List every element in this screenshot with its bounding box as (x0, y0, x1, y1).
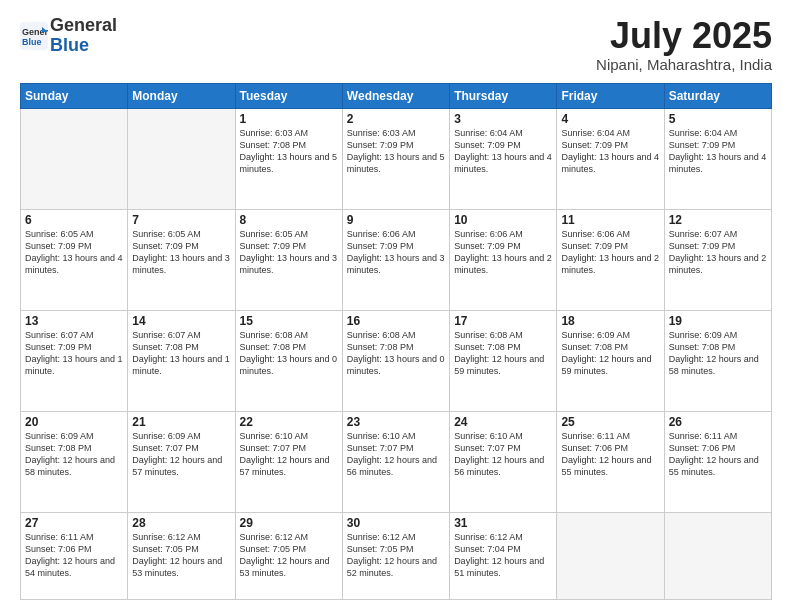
calendar-cell: 25Sunrise: 6:11 AM Sunset: 7:06 PM Dayli… (557, 411, 664, 512)
calendar-cell: 13Sunrise: 6:07 AM Sunset: 7:09 PM Dayli… (21, 310, 128, 411)
calendar-cell (557, 512, 664, 599)
calendar-cell: 19Sunrise: 6:09 AM Sunset: 7:08 PM Dayli… (664, 310, 771, 411)
day-number: 11 (561, 213, 659, 227)
calendar-cell: 17Sunrise: 6:08 AM Sunset: 7:08 PM Dayli… (450, 310, 557, 411)
calendar-cell: 24Sunrise: 6:10 AM Sunset: 7:07 PM Dayli… (450, 411, 557, 512)
day-info: Sunrise: 6:09 AM Sunset: 7:08 PM Dayligh… (25, 430, 123, 479)
logo-text: General Blue (50, 16, 117, 56)
day-info: Sunrise: 6:07 AM Sunset: 7:09 PM Dayligh… (669, 228, 767, 277)
day-info: Sunrise: 6:06 AM Sunset: 7:09 PM Dayligh… (454, 228, 552, 277)
day-number: 22 (240, 415, 338, 429)
calendar-cell: 29Sunrise: 6:12 AM Sunset: 7:05 PM Dayli… (235, 512, 342, 599)
day-info: Sunrise: 6:08 AM Sunset: 7:08 PM Dayligh… (240, 329, 338, 378)
calendar-cell: 20Sunrise: 6:09 AM Sunset: 7:08 PM Dayli… (21, 411, 128, 512)
day-number: 30 (347, 516, 445, 530)
month-title: July 2025 (596, 16, 772, 56)
col-header-thursday: Thursday (450, 83, 557, 108)
day-number: 25 (561, 415, 659, 429)
day-info: Sunrise: 6:09 AM Sunset: 7:08 PM Dayligh… (561, 329, 659, 378)
day-number: 17 (454, 314, 552, 328)
col-header-friday: Friday (557, 83, 664, 108)
day-info: Sunrise: 6:12 AM Sunset: 7:05 PM Dayligh… (240, 531, 338, 580)
day-number: 29 (240, 516, 338, 530)
day-number: 3 (454, 112, 552, 126)
calendar-cell (664, 512, 771, 599)
day-info: Sunrise: 6:04 AM Sunset: 7:09 PM Dayligh… (669, 127, 767, 176)
col-header-tuesday: Tuesday (235, 83, 342, 108)
calendar-cell: 31Sunrise: 6:12 AM Sunset: 7:04 PM Dayli… (450, 512, 557, 599)
day-info: Sunrise: 6:12 AM Sunset: 7:04 PM Dayligh… (454, 531, 552, 580)
day-number: 28 (132, 516, 230, 530)
calendar-cell: 16Sunrise: 6:08 AM Sunset: 7:08 PM Dayli… (342, 310, 449, 411)
calendar-cell: 8Sunrise: 6:05 AM Sunset: 7:09 PM Daylig… (235, 209, 342, 310)
day-number: 13 (25, 314, 123, 328)
day-number: 8 (240, 213, 338, 227)
day-number: 12 (669, 213, 767, 227)
svg-text:Blue: Blue (22, 37, 42, 47)
calendar-table: SundayMondayTuesdayWednesdayThursdayFrid… (20, 83, 772, 600)
day-number: 5 (669, 112, 767, 126)
day-info: Sunrise: 6:07 AM Sunset: 7:08 PM Dayligh… (132, 329, 230, 378)
day-info: Sunrise: 6:09 AM Sunset: 7:07 PM Dayligh… (132, 430, 230, 479)
day-number: 4 (561, 112, 659, 126)
calendar-cell: 30Sunrise: 6:12 AM Sunset: 7:05 PM Dayli… (342, 512, 449, 599)
day-info: Sunrise: 6:09 AM Sunset: 7:08 PM Dayligh… (669, 329, 767, 378)
day-info: Sunrise: 6:12 AM Sunset: 7:05 PM Dayligh… (347, 531, 445, 580)
day-number: 27 (25, 516, 123, 530)
col-header-sunday: Sunday (21, 83, 128, 108)
day-number: 6 (25, 213, 123, 227)
calendar-week-row: 20Sunrise: 6:09 AM Sunset: 7:08 PM Dayli… (21, 411, 772, 512)
day-number: 7 (132, 213, 230, 227)
calendar-cell: 15Sunrise: 6:08 AM Sunset: 7:08 PM Dayli… (235, 310, 342, 411)
day-info: Sunrise: 6:03 AM Sunset: 7:08 PM Dayligh… (240, 127, 338, 176)
calendar-cell: 23Sunrise: 6:10 AM Sunset: 7:07 PM Dayli… (342, 411, 449, 512)
calendar-cell: 5Sunrise: 6:04 AM Sunset: 7:09 PM Daylig… (664, 108, 771, 209)
calendar-header-row: SundayMondayTuesdayWednesdayThursdayFrid… (21, 83, 772, 108)
day-info: Sunrise: 6:12 AM Sunset: 7:05 PM Dayligh… (132, 531, 230, 580)
day-info: Sunrise: 6:05 AM Sunset: 7:09 PM Dayligh… (240, 228, 338, 277)
day-info: Sunrise: 6:05 AM Sunset: 7:09 PM Dayligh… (132, 228, 230, 277)
col-header-saturday: Saturday (664, 83, 771, 108)
calendar-cell: 22Sunrise: 6:10 AM Sunset: 7:07 PM Dayli… (235, 411, 342, 512)
col-header-wednesday: Wednesday (342, 83, 449, 108)
calendar-cell: 7Sunrise: 6:05 AM Sunset: 7:09 PM Daylig… (128, 209, 235, 310)
calendar-cell: 1Sunrise: 6:03 AM Sunset: 7:08 PM Daylig… (235, 108, 342, 209)
day-info: Sunrise: 6:07 AM Sunset: 7:09 PM Dayligh… (25, 329, 123, 378)
header: General Blue General Blue July 2025 Nipa… (20, 16, 772, 73)
calendar-cell: 2Sunrise: 6:03 AM Sunset: 7:09 PM Daylig… (342, 108, 449, 209)
col-header-monday: Monday (128, 83, 235, 108)
day-info: Sunrise: 6:06 AM Sunset: 7:09 PM Dayligh… (561, 228, 659, 277)
day-info: Sunrise: 6:11 AM Sunset: 7:06 PM Dayligh… (669, 430, 767, 479)
calendar-cell: 11Sunrise: 6:06 AM Sunset: 7:09 PM Dayli… (557, 209, 664, 310)
day-number: 9 (347, 213, 445, 227)
logo-general-text: General (50, 16, 117, 36)
day-info: Sunrise: 6:04 AM Sunset: 7:09 PM Dayligh… (454, 127, 552, 176)
day-info: Sunrise: 6:10 AM Sunset: 7:07 PM Dayligh… (240, 430, 338, 479)
day-info: Sunrise: 6:10 AM Sunset: 7:07 PM Dayligh… (347, 430, 445, 479)
calendar-cell: 12Sunrise: 6:07 AM Sunset: 7:09 PM Dayli… (664, 209, 771, 310)
day-number: 14 (132, 314, 230, 328)
day-info: Sunrise: 6:04 AM Sunset: 7:09 PM Dayligh… (561, 127, 659, 176)
calendar-cell: 10Sunrise: 6:06 AM Sunset: 7:09 PM Dayli… (450, 209, 557, 310)
day-number: 23 (347, 415, 445, 429)
calendar-cell (21, 108, 128, 209)
location: Nipani, Maharashtra, India (596, 56, 772, 73)
day-number: 20 (25, 415, 123, 429)
day-info: Sunrise: 6:11 AM Sunset: 7:06 PM Dayligh… (25, 531, 123, 580)
logo: General Blue General Blue (20, 16, 117, 56)
day-info: Sunrise: 6:03 AM Sunset: 7:09 PM Dayligh… (347, 127, 445, 176)
calendar-cell: 3Sunrise: 6:04 AM Sunset: 7:09 PM Daylig… (450, 108, 557, 209)
day-number: 21 (132, 415, 230, 429)
calendar-week-row: 1Sunrise: 6:03 AM Sunset: 7:08 PM Daylig… (21, 108, 772, 209)
calendar-week-row: 13Sunrise: 6:07 AM Sunset: 7:09 PM Dayli… (21, 310, 772, 411)
calendar-cell: 14Sunrise: 6:07 AM Sunset: 7:08 PM Dayli… (128, 310, 235, 411)
day-number: 10 (454, 213, 552, 227)
logo-icon: General Blue (20, 22, 48, 50)
calendar-cell: 27Sunrise: 6:11 AM Sunset: 7:06 PM Dayli… (21, 512, 128, 599)
day-number: 31 (454, 516, 552, 530)
calendar-cell: 18Sunrise: 6:09 AM Sunset: 7:08 PM Dayli… (557, 310, 664, 411)
calendar-cell: 21Sunrise: 6:09 AM Sunset: 7:07 PM Dayli… (128, 411, 235, 512)
day-number: 24 (454, 415, 552, 429)
day-info: Sunrise: 6:08 AM Sunset: 7:08 PM Dayligh… (454, 329, 552, 378)
title-block: July 2025 Nipani, Maharashtra, India (596, 16, 772, 73)
